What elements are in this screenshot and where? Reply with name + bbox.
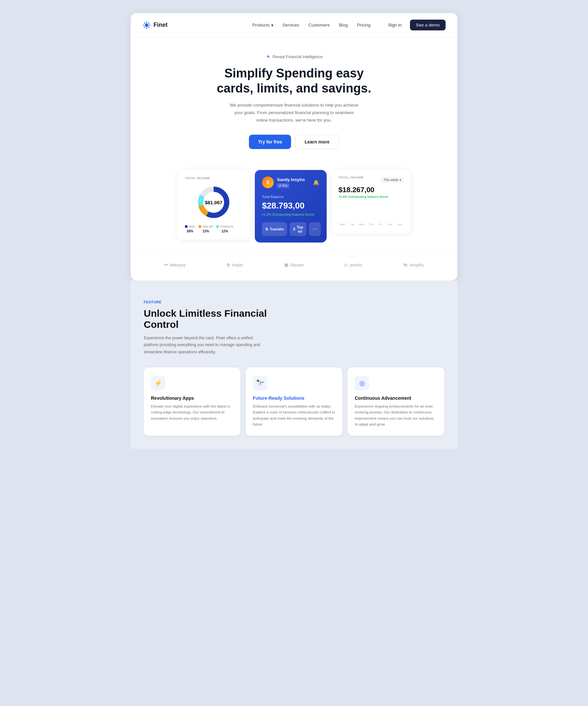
profile-header: S Sandy Insyiro ✔ Pro 🔔 xyxy=(262,176,320,188)
afterpay-icon: ⇌ xyxy=(164,263,168,267)
ellipsis-icon: ⋯ xyxy=(312,227,317,232)
hopin-icon: ✿ xyxy=(226,263,230,267)
nav-pricing[interactable]: Pricing xyxy=(357,23,370,28)
feature-tag: FEATURE xyxy=(144,300,444,304)
chevron-down-icon: ▾ xyxy=(271,23,274,28)
partner-hopin: ✿ hopin xyxy=(226,263,243,267)
bar-day-label: Sun xyxy=(397,223,402,226)
chart-boost: +0.8% Outstanding balance boost xyxy=(338,195,404,198)
demo-button[interactable]: See a demo xyxy=(410,19,446,30)
learn-more-button[interactable]: Learn more xyxy=(295,135,339,149)
bar-item: Mon xyxy=(338,222,346,226)
feature-desc: Experience the power beyond the card. Fi… xyxy=(144,335,268,356)
topup-icon: $ xyxy=(293,227,295,231)
solutions-desc: Embrace tomorrow's possibilities with us… xyxy=(253,403,335,428)
partner-pendo: ▷ pendo xyxy=(345,263,362,267)
advancement-desc: Experience ongoing enhancements for an e… xyxy=(355,403,437,428)
chart-card: TOTAL INCOME This week ▾ $18.267,00 +0.8… xyxy=(332,170,410,234)
bar-day-label: Fri xyxy=(379,223,382,226)
shopify-icon: 🛍 xyxy=(403,263,407,267)
transfer-icon: ⇅ xyxy=(265,227,268,231)
card-actions: ⇅ Transfer $ Top up ⋯ xyxy=(262,222,320,236)
hero-title: Simplify Spending easy cards, limits, an… xyxy=(150,66,438,96)
income-legend: Main 58% Side job 13% xyxy=(185,225,242,233)
bar-day-label: Wed xyxy=(359,223,364,226)
bar-day-label: Tue xyxy=(350,223,354,226)
svg-line-8 xyxy=(144,27,145,28)
solutions-icon: 🔭 xyxy=(253,376,267,390)
widgets-row: TOTAL INCOME $81.067 xyxy=(131,170,457,256)
nav-customers[interactable]: Customers xyxy=(308,23,330,28)
feature-card-advancement: ◎ Continuous Advancement Experience ongo… xyxy=(347,367,444,436)
balance-amount: $28.793,00 xyxy=(262,201,320,211)
chart-amount: $18.267,00 xyxy=(338,186,404,194)
nav-actions: Sign in See a demo xyxy=(383,19,446,30)
try-free-button[interactable]: Try for free xyxy=(249,135,291,149)
bell-icon[interactable]: 🔔 xyxy=(313,180,320,186)
bar-item: Wed xyxy=(358,222,366,226)
income-card: TOTAL INCOME $81.067 xyxy=(178,170,250,240)
svg-line-7 xyxy=(148,23,149,24)
svg-point-0 xyxy=(145,24,148,27)
apps-title: Revolutionary Apps xyxy=(151,395,233,401)
svg-line-5 xyxy=(144,23,145,24)
hero-buttons: Try for free Learn more xyxy=(150,135,438,149)
square-icon: ▣ xyxy=(284,263,288,267)
svg-line-6 xyxy=(148,27,149,28)
nav-links: Products ▾ Services Customers Blog Prici… xyxy=(252,23,370,28)
nav-blog[interactable]: Blog xyxy=(339,23,348,28)
chart-label: TOTAL INCOME xyxy=(338,176,364,179)
feature-cards: ⚡ Revolutionary Apps Elevate your digita… xyxy=(144,367,444,436)
nav-products[interactable]: Products ▾ xyxy=(252,23,273,28)
nav-services[interactable]: Services xyxy=(283,23,300,28)
brand-logo[interactable]: Finet xyxy=(142,21,168,30)
donut-center-amount: $81.067 xyxy=(205,200,222,205)
brand-name: Finet xyxy=(154,22,168,29)
profile-name: Sandy Insyiro xyxy=(277,177,305,182)
bar-chart: MonTueWedThuFriSatSun xyxy=(338,203,404,226)
advancement-icon: ◎ xyxy=(355,376,369,390)
balance-label: Total Balance xyxy=(262,195,320,199)
partner-afterpay: ⇌ afterpay xyxy=(164,263,185,267)
bar-item: Sun xyxy=(396,222,404,226)
pendo-icon: ▷ xyxy=(345,263,348,267)
income-label: TOTAL INCOME xyxy=(185,176,242,180)
transfer-button[interactable]: ⇅ Transfer xyxy=(262,222,287,236)
apps-icon: ⚡ xyxy=(151,376,165,390)
bar-day-label: Sat xyxy=(388,223,392,226)
profile-user: S Sandy Insyiro ✔ Pro xyxy=(262,176,305,188)
avatar: S xyxy=(262,176,274,188)
advancement-title: Continuous Advancement xyxy=(355,395,437,401)
hero-section: Reveal Financial Intelligence Simplify S… xyxy=(131,37,457,170)
bar-item: Fri xyxy=(377,222,384,226)
partner-shopify: 🛍 shopify xyxy=(403,263,424,267)
feature-title: Unlock Limitless Financial Control xyxy=(144,308,275,330)
partners-section: ⇌ afterpay ✿ hopin ▣ Square ▷ pendo 🛍 sh… xyxy=(131,256,457,280)
hero-subtitle: We provide comprehensive financial solut… xyxy=(229,102,359,124)
week-select[interactable]: This week ▾ xyxy=(381,177,404,183)
chevron-icon: ▾ xyxy=(400,178,401,182)
topup-button[interactable]: $ Top up xyxy=(290,222,306,236)
bar-item: Tue xyxy=(348,222,356,226)
feature-card-apps: ⚡ Revolutionary Apps Elevate your digita… xyxy=(144,367,241,436)
bar-item: Thu xyxy=(367,222,375,226)
solutions-title: Future-Ready Solutions xyxy=(253,395,335,401)
balance-boost: +1.3% Outstanding balance boost xyxy=(262,213,320,217)
partner-square: ▣ Square xyxy=(284,263,304,267)
bar-day-label: Mon xyxy=(340,223,345,226)
bar-day-label: Thu xyxy=(369,223,373,226)
signin-button[interactable]: Sign in xyxy=(383,20,406,30)
apps-desc: Elevate your digital experience with the… xyxy=(151,403,233,421)
bar-item: Sat xyxy=(386,222,394,226)
donut-chart: $81.067 xyxy=(185,184,242,220)
feature-card-solutions: 🔭 Future-Ready Solutions Embrace tomorro… xyxy=(246,367,342,436)
profile-card: S Sandy Insyiro ✔ Pro 🔔 Total Balance $2… xyxy=(255,170,327,242)
hero-badge: Reveal Financial Intelligence xyxy=(265,54,323,60)
more-button[interactable]: ⋯ xyxy=(309,222,321,236)
profile-tier: ✔ Pro xyxy=(277,183,289,188)
features-section: FEATURE Unlock Limitless Financial Contr… xyxy=(131,280,457,449)
chart-header: TOTAL INCOME This week ▾ xyxy=(338,176,404,184)
